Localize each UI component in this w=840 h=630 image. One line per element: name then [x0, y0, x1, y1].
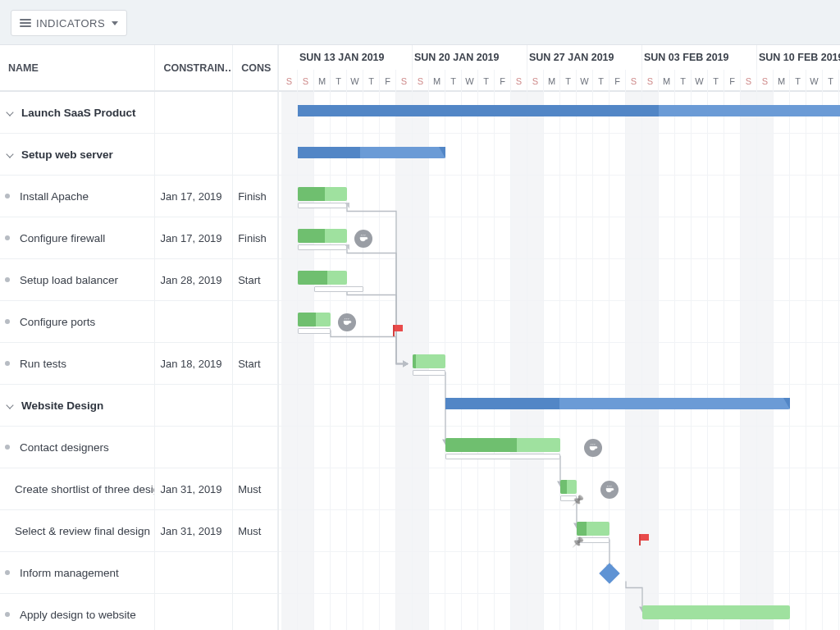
cell-constraint-date[interactable]: [155, 92, 233, 133]
cell-constraint-type[interactable]: [233, 301, 278, 342]
task-bar[interactable]: [445, 438, 560, 452]
summary-bar[interactable]: [298, 147, 445, 158]
column-header-name[interactable]: NAME: [0, 45, 155, 90]
cell-name[interactable]: Apply design to website: [0, 594, 155, 630]
cell-name[interactable]: Inform management: [0, 552, 155, 593]
day-header: F: [495, 70, 511, 92]
day-header: W: [692, 70, 708, 92]
day-header: S: [511, 70, 527, 92]
task-bar[interactable]: [298, 313, 331, 326]
table-row[interactable]: Install ApacheJan 17, 2019Finish: [0, 176, 278, 217]
gantt-timeline[interactable]: SUN 13 JAN 2019SUN 20 JAN 2019SUN 27 JAN…: [279, 45, 840, 630]
chevron-down-icon[interactable]: [6, 401, 13, 409]
task-bar[interactable]: [413, 354, 445, 368]
cell-constraint-date[interactable]: Jan 31, 2019: [155, 510, 233, 551]
cell-constraint-type[interactable]: [233, 427, 278, 468]
task-label: Setup load balancer: [20, 274, 118, 286]
cell-constraint-type[interactable]: [233, 552, 278, 593]
timeline-header: SUN 13 JAN 2019SUN 20 JAN 2019SUN 27 JAN…: [279, 45, 840, 92]
task-label: Apply design to website: [20, 609, 136, 621]
day-header: T: [708, 70, 724, 92]
cell-constraint-date[interactable]: Jan 28, 2019: [155, 259, 233, 300]
indicators-label: INDICATORS: [36, 17, 105, 30]
table-row[interactable]: Select & review final designJan 31, 2019…: [0, 510, 278, 552]
coffee-icon: [584, 439, 602, 457]
timeline-body[interactable]: 📌📌: [279, 92, 840, 630]
table-row[interactable]: Contact designers: [0, 427, 278, 468]
indicators-button[interactable]: INDICATORS: [11, 10, 127, 36]
cell-constraint-type[interactable]: Start: [233, 259, 278, 300]
task-bar[interactable]: [298, 271, 347, 285]
grid-header: NAME CONSTRAIN… CONS: [0, 45, 278, 92]
day-header: F: [609, 70, 626, 92]
table-row[interactable]: Run testsJan 18, 2019Start: [0, 343, 278, 385]
pin-icon: 📌: [572, 536, 584, 548]
cell-name[interactable]: Website Design: [0, 385, 155, 426]
cell-constraint-date[interactable]: [155, 385, 233, 426]
cell-constraint-date[interactable]: [155, 594, 233, 630]
day-header: S: [281, 70, 298, 92]
day-header: S: [741, 70, 757, 92]
task-label: Create shortlist of three designers: [15, 483, 155, 495]
task-label: Configure firewall: [20, 232, 105, 244]
cell-name[interactable]: Setup web server: [0, 134, 155, 175]
cell-name[interactable]: Contact designers: [0, 427, 155, 468]
table-row[interactable]: Launch SaaS Product: [0, 92, 278, 134]
task-bar[interactable]: [560, 480, 577, 494]
cell-constraint-date[interactable]: Jan 31, 2019: [155, 468, 233, 509]
cell-constraint-type[interactable]: Start: [233, 343, 278, 384]
cell-constraint-date[interactable]: [155, 134, 233, 175]
cell-constraint-type[interactable]: Finish: [233, 176, 278, 217]
table-row[interactable]: Apply design to website: [0, 594, 278, 630]
cell-constraint-type[interactable]: Must: [233, 468, 278, 509]
summary-bar[interactable]: [298, 105, 840, 116]
column-header-constraint-type[interactable]: CONS: [233, 45, 278, 90]
cell-constraint-date[interactable]: [155, 552, 233, 593]
chevron-down-icon[interactable]: [6, 108, 13, 116]
cell-name[interactable]: Configure ports: [0, 301, 155, 342]
table-row[interactable]: Inform management: [0, 552, 278, 594]
cell-constraint-type[interactable]: [233, 594, 278, 630]
table-row[interactable]: Website Design: [0, 385, 278, 427]
table-row[interactable]: Create shortlist of three designersJan 3…: [0, 468, 278, 510]
cell-name[interactable]: Select & review final design: [0, 510, 155, 551]
cell-constraint-type[interactable]: [233, 385, 278, 426]
cell-name[interactable]: Launch SaaS Product: [0, 92, 155, 133]
chevron-down-icon[interactable]: [6, 150, 13, 158]
table-row[interactable]: Configure firewallJan 17, 2019Finish: [0, 217, 278, 259]
cell-constraint-type[interactable]: Finish: [233, 217, 278, 258]
day-header: T: [445, 70, 462, 92]
table-row[interactable]: Configure ports: [0, 301, 278, 343]
day-header: M: [429, 70, 445, 92]
cell-name[interactable]: Create shortlist of three designers: [0, 468, 155, 509]
constraint-marker-icon: [345, 203, 349, 208]
cell-constraint-type[interactable]: [233, 92, 278, 133]
task-bar[interactable]: [642, 605, 790, 619]
table-row[interactable]: Setup web server: [0, 134, 278, 176]
cell-name[interactable]: Install Apache: [0, 176, 155, 217]
task-bar[interactable]: [577, 522, 609, 536]
task-bar[interactable]: [298, 187, 347, 201]
day-header: W: [462, 70, 478, 92]
cell-name[interactable]: Run tests: [0, 343, 155, 384]
cell-constraint-date[interactable]: Jan 17, 2019: [155, 176, 233, 217]
cell-name[interactable]: Configure firewall: [0, 217, 155, 258]
cell-constraint-date[interactable]: Jan 18, 2019: [155, 343, 233, 384]
cell-constraint-date[interactable]: Jan 17, 2019: [155, 217, 233, 258]
cell-constraint-date[interactable]: [155, 301, 233, 342]
baseline-bar: [298, 244, 347, 250]
week-header: SUN 03 FEB 2019: [642, 45, 757, 70]
bullet-icon: [5, 235, 10, 240]
milestone-diamond[interactable]: [599, 563, 619, 583]
task-bar[interactable]: [298, 229, 347, 243]
cell-constraint-date[interactable]: [155, 427, 233, 468]
summary-bar[interactable]: [445, 398, 790, 409]
week-header: SUN 27 JAN 2019: [527, 45, 642, 70]
baseline-bar: [298, 328, 331, 334]
column-header-constraint-date[interactable]: CONSTRAIN…: [155, 45, 233, 90]
bullet-icon: [5, 445, 10, 450]
cell-constraint-type[interactable]: Must: [233, 510, 278, 551]
cell-constraint-type[interactable]: [233, 134, 278, 175]
table-row[interactable]: Setup load balancerJan 28, 2019Start: [0, 259, 278, 301]
cell-name[interactable]: Setup load balancer: [0, 259, 155, 300]
